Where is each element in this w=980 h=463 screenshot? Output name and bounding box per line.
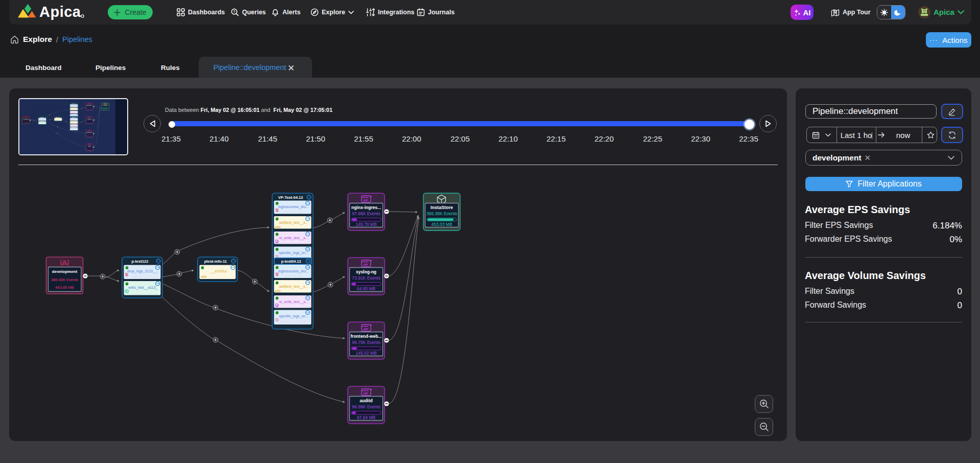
svg-text:?: ? <box>233 10 235 13</box>
